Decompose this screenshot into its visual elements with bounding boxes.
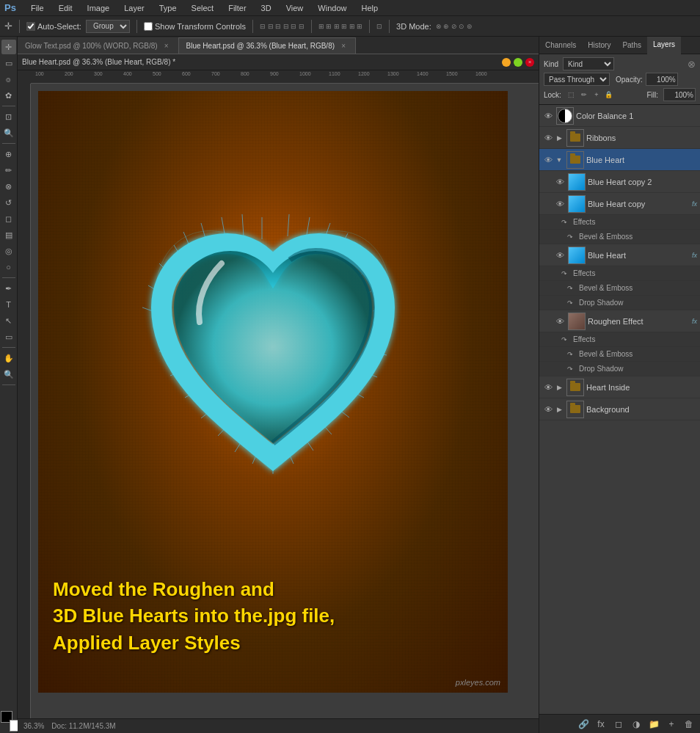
arrange-icon: ⊡ (376, 23, 382, 30)
tab-glow-text[interactable]: Glow Text.psd @ 100% (WORD, RGB/8) × (18, 37, 179, 54)
opacity-input[interactable] (646, 73, 678, 86)
add-adjustment-btn[interactable]: ◑ (630, 718, 643, 731)
delete-layer-btn[interactable]: 🗑 (682, 718, 696, 731)
layer-visibility-blue-heart-group[interactable]: 👁 (542, 156, 554, 164)
tab-glow-text-close[interactable]: × (162, 41, 171, 50)
layer-blue-heart-copy[interactable]: 👁 Blue Heart copy fx (539, 193, 700, 215)
bevel-label-2: Bevel & Emboss (579, 284, 632, 292)
color-swatches[interactable] (1, 711, 17, 727)
menu-file[interactable]: File (28, 2, 47, 14)
layer-visibility-roughen[interactable]: 👁 (554, 317, 566, 326)
add-style-btn[interactable]: fx (594, 718, 608, 731)
layer-visibility-blue-heart-copy2[interactable]: 👁 (554, 178, 566, 186)
move-tool-icon[interactable]: ✛ (4, 21, 12, 32)
auto-select-dropdown[interactable]: Group Layer (86, 20, 130, 33)
layer-collapse-ribbons[interactable]: ▶ (554, 133, 564, 143)
menu-view[interactable]: View (283, 2, 307, 14)
blur-tool[interactable]: ◎ (1, 244, 16, 258)
layer-collapse-background[interactable]: ▶ (554, 404, 564, 415)
layer-visibility-blue-heart-copy[interactable]: 👁 (554, 200, 566, 208)
filter-kind-select[interactable]: Kind (563, 57, 614, 70)
layer-color-balance-1[interactable]: 👁 Color Balance 1 (539, 105, 700, 127)
layer-visibility-ribbons[interactable]: 👁 (542, 134, 554, 142)
layer-heart-inside[interactable]: 👁 ▶ Heart Inside (539, 376, 700, 398)
marquee-tool[interactable]: ▭ (1, 56, 16, 70)
text-tool[interactable]: T (1, 297, 16, 312)
menu-help[interactable]: Help (358, 2, 381, 14)
menu-type[interactable]: Type (156, 2, 180, 14)
zoom-tool[interactable]: 🔍 (1, 367, 16, 382)
menu-window[interactable]: Window (315, 2, 349, 14)
filter-toggle-icon[interactable]: ⊗ (688, 59, 696, 70)
layer-background[interactable]: 👁 ▶ Background (539, 398, 700, 420)
healing-tool[interactable]: ⊕ (1, 147, 16, 161)
menu-edit[interactable]: Edit (56, 2, 76, 14)
path-select-tool[interactable]: ↖ (1, 313, 16, 328)
layer-blue-heart-group[interactable]: 👁 ▼ Blue Heart (539, 149, 700, 171)
layer-blue-heart-copy2[interactable]: 👁 Blue Heart copy 2 (539, 171, 700, 193)
tool-sep-4 (2, 347, 15, 348)
auto-select-text: Auto-Select: (37, 22, 81, 31)
layer-visibility-background[interactable]: 👁 (542, 405, 554, 414)
shape-tool[interactable]: ▭ (1, 329, 16, 344)
eyedropper-tool[interactable]: 🔍 (1, 125, 16, 140)
tab-history[interactable]: History (582, 37, 616, 54)
link-layers-btn[interactable]: 🔗 (577, 718, 590, 731)
gradient-tool[interactable]: ▤ (1, 227, 16, 242)
layer-collapse-heart-inside[interactable]: ▶ (554, 382, 564, 393)
layer-visibility-blue-heart[interactable]: 👁 (554, 251, 566, 260)
add-group-btn[interactable]: 📁 (647, 718, 660, 731)
quick-select-tool[interactable]: ✿ (1, 88, 16, 103)
tab-layers[interactable]: Layers (647, 37, 681, 54)
lock-position-icon[interactable]: + (591, 90, 602, 100)
blend-mode-select[interactable]: Pass Through Normal Multiply Screen Over… (544, 73, 610, 86)
transform-controls-label: Show Transform Controls (144, 22, 246, 31)
fill-input[interactable] (663, 88, 696, 101)
dodge-tool[interactable]: ○ (1, 260, 16, 274)
tab-channels[interactable]: Channels (539, 37, 582, 54)
menu-3d[interactable]: 3D (258, 2, 274, 14)
history-brush-tool[interactable]: ↺ (1, 195, 16, 210)
layer-effect-drop-1: ↷ Drop Shadow (539, 296, 700, 310)
effects-collapse-icon[interactable]: ↷ (561, 219, 567, 226)
lock-all-icon[interactable]: 🔒 (604, 90, 614, 100)
transform-controls-checkbox[interactable] (144, 22, 153, 31)
effects-collapse-icon-2[interactable]: ↷ (561, 270, 567, 277)
minimize-button[interactable] (502, 58, 511, 67)
layers-list[interactable]: 👁 Color Balance 1 👁 ▶ Ribbons 👁 ▼ (539, 105, 700, 714)
eraser-tool[interactable]: ◻ (1, 211, 16, 226)
hand-tool[interactable]: ✋ (1, 351, 16, 365)
clone-stamp-tool[interactable]: ⊗ (1, 179, 16, 194)
layer-visibility-color-balance[interactable]: 👁 (542, 112, 554, 120)
layer-roughen[interactable]: 👁 Roughen Effect fx (539, 310, 700, 332)
menu-layer[interactable]: Layer (121, 2, 147, 14)
canvas-content[interactable]: Moved the Roughen and 3D Blue Hearts int… (31, 84, 539, 718)
effects-collapse-icon-3[interactable]: ↷ (561, 336, 567, 343)
layer-blue-heart[interactable]: 👁 Blue Heart fx (539, 244, 700, 266)
tool-sep-5 (2, 384, 15, 385)
menu-image[interactable]: Image (84, 2, 113, 14)
pen-tool[interactable]: ✒ (1, 281, 16, 296)
folder-icon-ribbons (570, 134, 580, 142)
tab-paths[interactable]: Paths (616, 37, 647, 54)
brush-tool[interactable]: ✏ (1, 163, 16, 178)
layer-visibility-heart-inside[interactable]: 👁 (542, 383, 554, 392)
lasso-tool[interactable]: ⌾ (1, 72, 16, 87)
main-area: ✛ ▭ ⌾ ✿ ⊡ 🔍 ⊕ ✏ ⊗ ↺ ◻ ▤ ◎ ○ ✒ T ↖ ▭ ✋ 🔍 (0, 37, 700, 733)
add-layer-btn[interactable]: + (665, 718, 678, 731)
menu-filter[interactable]: Filter (225, 2, 249, 14)
crop-tool[interactable]: ⊡ (1, 109, 16, 124)
menu-select[interactable]: Select (189, 2, 217, 14)
layer-collapse-blue-heart-group[interactable]: ▼ (554, 155, 564, 165)
tab-blue-heart-close[interactable]: × (339, 42, 348, 51)
maximize-button[interactable] (514, 58, 522, 67)
move-tool[interactable]: ✛ (1, 40, 16, 54)
layer-ribbons[interactable]: 👁 ▶ Ribbons (539, 127, 700, 149)
close-button[interactable]: × (525, 58, 534, 67)
lock-pixels-icon[interactable]: ⬚ (566, 90, 577, 100)
ruler-vertical (18, 84, 31, 718)
lock-paint-icon[interactable]: ✏ (579, 90, 589, 100)
add-mask-btn[interactable]: ◻ (612, 718, 625, 731)
auto-select-checkbox[interactable] (26, 22, 35, 31)
tab-blue-heart[interactable]: Blue Heart.psd @ 36.3% (Blue Heart, RGB/… (179, 37, 356, 54)
